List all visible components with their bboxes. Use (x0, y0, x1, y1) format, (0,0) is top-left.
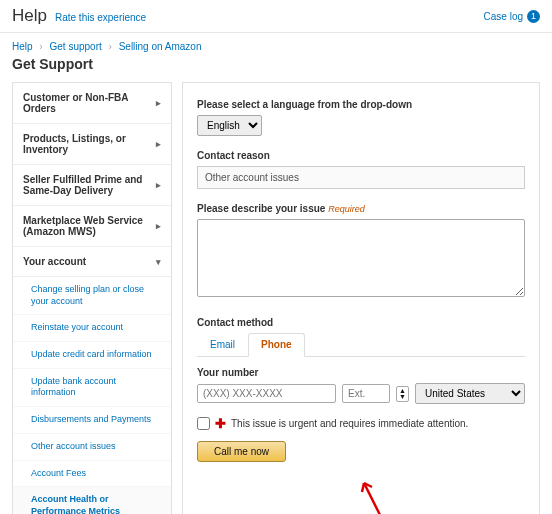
sidebar-item-mws[interactable]: Marketplace Web Service (Amazon MWS)▸ (13, 206, 171, 247)
call-me-button[interactable]: Call me now (197, 441, 286, 462)
case-log-label: Case log (484, 11, 523, 22)
caret-right-icon: ▸ (156, 139, 161, 149)
sub-health-metrics[interactable]: Account Health or Performance Metrics (13, 487, 171, 514)
sidebar-item-prime[interactable]: Seller Fulfilled Prime and Same-Day Deli… (13, 165, 171, 206)
page-title: Get Support (0, 52, 552, 82)
reason-value: Other account issues (197, 166, 525, 189)
caret-right-icon: ▸ (156, 221, 161, 231)
rate-link[interactable]: Rate this experience (55, 12, 146, 23)
ext-input[interactable] (342, 384, 390, 403)
tab-email[interactable]: Email (197, 333, 248, 356)
caret-right-icon: ▸ (156, 180, 161, 190)
caret-down-icon: ▾ (156, 257, 161, 267)
language-select[interactable]: English (197, 115, 262, 136)
method-tabs: Email Phone (197, 333, 525, 357)
chevron-right-icon: › (39, 41, 42, 52)
sub-fees[interactable]: Account Fees (13, 461, 171, 488)
crumb-help[interactable]: Help (12, 41, 33, 52)
sub-bank[interactable]: Update bank account information (13, 369, 171, 407)
sub-change-plan[interactable]: Change selling plan or close your accoun… (13, 277, 171, 315)
reason-label: Contact reason (197, 150, 525, 161)
crumb-support[interactable]: Get support (49, 41, 101, 52)
stepper-icon[interactable]: ▲▼ (396, 386, 409, 402)
sub-reinstate[interactable]: Reinstate your account (13, 315, 171, 342)
language-label: Please select a language from the drop-d… (197, 99, 525, 110)
app-header: Help Rate this experience Case log 1 (0, 0, 552, 33)
method-label: Contact method (197, 317, 525, 328)
phone-input[interactable] (197, 384, 336, 403)
sub-credit-card[interactable]: Update credit card information (13, 342, 171, 369)
page-heading: Help (12, 6, 47, 26)
main-panel: Please select a language from the drop-d… (182, 82, 540, 514)
sub-other-account[interactable]: Other account issues (13, 434, 171, 461)
annotation-arrow-icon (358, 477, 388, 514)
caret-right-icon: ▸ (156, 98, 161, 108)
breadcrumb: Help › Get support › Selling on Amazon (0, 33, 552, 52)
crumb-current: Selling on Amazon (119, 41, 202, 52)
sub-disbursements[interactable]: Disbursements and Payments (13, 407, 171, 434)
plus-icon: ✚ (215, 416, 226, 431)
describe-label: Please describe your issue Required (197, 203, 525, 214)
urgent-checkbox[interactable] (197, 417, 210, 430)
chevron-right-icon: › (109, 41, 112, 52)
sidebar-item-orders[interactable]: Customer or Non-FBA Orders▸ (13, 83, 171, 124)
urgent-label: This issue is urgent and requires immedi… (231, 418, 468, 429)
number-label: Your number (197, 367, 525, 378)
sidebar: Customer or Non-FBA Orders▸ Products, Li… (12, 82, 172, 514)
sidebar-item-products[interactable]: Products, Listings, or Inventory▸ (13, 124, 171, 165)
case-log-link[interactable]: Case log 1 (484, 10, 540, 23)
sidebar-item-account[interactable]: Your account▾ (13, 247, 171, 277)
describe-textarea[interactable] (197, 219, 525, 297)
case-log-badge: 1 (527, 10, 540, 23)
country-select[interactable]: United States (415, 383, 525, 404)
tab-phone[interactable]: Phone (248, 333, 305, 357)
